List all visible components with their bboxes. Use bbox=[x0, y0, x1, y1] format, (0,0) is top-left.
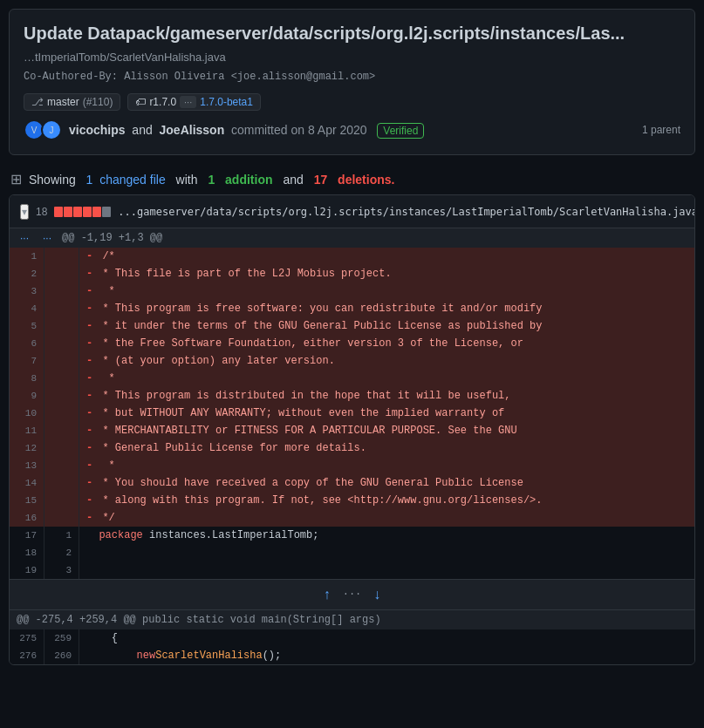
deletion-count: 17 bbox=[314, 173, 328, 187]
diff-line: 15 - * along with this program. If not, … bbox=[10, 492, 694, 509]
release-tag[interactable]: 🏷 r1.7.0 ··· 1.7.0-beta1 bbox=[127, 93, 261, 111]
parent-link[interactable]: 1 parent bbox=[642, 124, 680, 136]
line-num-right-16 bbox=[44, 509, 79, 527]
line-content-4: - * This program is free software: you c… bbox=[79, 300, 694, 317]
line-content-11: - * MERCHANTABILITY or FITNESS FOR A PAR… bbox=[79, 422, 694, 439]
tag-icon: 🏷 bbox=[135, 96, 146, 108]
line-num-left-b2: 276 bbox=[10, 647, 44, 664]
line-num-right-3 bbox=[44, 282, 79, 300]
diff-line: 4 - * This program is free software: you… bbox=[10, 300, 694, 317]
avatar-joealisson: J bbox=[41, 119, 62, 140]
diff-line: 5 - * it under the terms of the GNU Gene… bbox=[10, 317, 694, 335]
line-num-right-5 bbox=[44, 317, 79, 335]
changed-file-link[interactable]: 1 changed file bbox=[86, 173, 166, 187]
diff-filename: ...gameserver/data/scripts/org.l2j.scrip… bbox=[118, 206, 695, 218]
diff-line: 13 - * bbox=[10, 457, 694, 474]
addition-count: 1 bbox=[208, 173, 215, 187]
diff-line: 1 - /* bbox=[10, 248, 694, 265]
line-num-left-1: 1 bbox=[10, 248, 44, 265]
diff-line: 2 - * This file is part of the L2J Mobiu… bbox=[10, 265, 694, 282]
branch-icon: ⎇ bbox=[31, 96, 44, 108]
line-content-3: - * bbox=[79, 282, 694, 300]
changed-count: 1 bbox=[86, 173, 93, 187]
line-num-right-15 bbox=[44, 492, 79, 509]
line-num-right-1 bbox=[44, 248, 79, 265]
diff-line: 12 - * General Public License for more d… bbox=[10, 439, 694, 457]
commit-title: Update Datapack/gameserver/data/scripts/… bbox=[24, 24, 680, 44]
diff-hunk-header-bottom: @@ -275,4 +259,4 @@ public static void m… bbox=[10, 610, 694, 629]
line-num-right-4 bbox=[44, 300, 79, 317]
and-label: and bbox=[283, 173, 303, 187]
diff-line: 11 - * MERCHANTABILITY or FITNESS FOR A … bbox=[10, 422, 694, 439]
diff-block-2 bbox=[64, 207, 72, 217]
expand-down-button[interactable]: ↓ bbox=[368, 585, 386, 604]
line-num-left-2: 2 bbox=[10, 265, 44, 282]
diff-block-3 bbox=[73, 207, 82, 217]
commit-meta-row: ⎇ master (#110) 🏷 r1.7.0 ··· 1.7.0-beta1 bbox=[24, 93, 680, 111]
line-content-15: - * along with this program. If not, see… bbox=[79, 492, 694, 509]
expand-label: ··· bbox=[343, 589, 362, 601]
line-num-left-12: 12 bbox=[10, 439, 44, 457]
expand-up-button[interactable]: ↑ bbox=[318, 585, 336, 604]
line-num-right-19: 3 bbox=[44, 561, 79, 579]
hunk-expand-down[interactable]: ··· bbox=[39, 232, 55, 244]
diff-line: 7 - * (at your option) any later version… bbox=[10, 352, 694, 370]
diff-block-1 bbox=[54, 207, 63, 217]
line-num-right-2 bbox=[44, 265, 79, 282]
tag-name: r1.7.0 bbox=[149, 96, 176, 108]
diff-line-bottom-1: 275 259 { bbox=[10, 629, 694, 647]
addition-label: addition bbox=[225, 173, 272, 187]
verified-badge[interactable]: Verified bbox=[377, 123, 424, 139]
pr-number: (#110) bbox=[83, 96, 113, 108]
line-num-left-14: 14 bbox=[10, 474, 44, 492]
diff-container: ▾ 18 ...gameserver/data/scripts/org.l2j.… bbox=[9, 194, 695, 665]
line-num-left-16: 16 bbox=[10, 509, 44, 527]
diff-block-4 bbox=[83, 207, 92, 217]
tag-version: 1.7.0-beta1 bbox=[200, 96, 253, 108]
line-content-b1: { bbox=[79, 629, 694, 647]
line-num-left-8: 8 bbox=[10, 370, 44, 387]
line-num-left-15: 15 bbox=[10, 492, 44, 509]
line-num-left-18: 18 bbox=[10, 544, 44, 561]
line-content-1: - /* bbox=[79, 248, 694, 265]
branch-tag[interactable]: ⎇ master (#110) bbox=[24, 93, 120, 111]
stats-icon: ⊞ bbox=[10, 171, 22, 187]
hunk-expand-up[interactable]: ··· bbox=[17, 232, 32, 244]
line-content-5: - * it under the terms of the GNU Genera… bbox=[79, 317, 694, 335]
commit-header: Update Datapack/gameserver/data/scripts/… bbox=[9, 9, 695, 155]
diff-color-blocks bbox=[54, 207, 111, 217]
line-content-13: - * bbox=[79, 457, 694, 474]
line-num-left-b1: 275 bbox=[10, 629, 44, 647]
line-num-right-b2: 260 bbox=[44, 647, 79, 664]
line-content-2: - * This file is part of the L2J Mobius … bbox=[79, 265, 694, 282]
line-num-left-7: 7 bbox=[10, 352, 44, 370]
line-content-18 bbox=[79, 544, 694, 561]
line-num-left-11: 11 bbox=[10, 422, 44, 439]
diff-line: 16 - */ bbox=[10, 509, 694, 527]
line-num-left-6: 6 bbox=[10, 335, 44, 352]
diff-line-bottom-2: 276 260 new ScarletVanHalisha(); bbox=[10, 647, 694, 664]
line-content-6: - * the Free Software Foundation, either… bbox=[79, 335, 694, 352]
line-num-right-8 bbox=[44, 370, 79, 387]
line-num-left-10: 10 bbox=[10, 405, 44, 422]
showing-label: Showing bbox=[29, 173, 76, 187]
diff-block-5 bbox=[92, 207, 101, 217]
diff-line: 3 - * bbox=[10, 282, 694, 300]
showing-bar: ⊞ Showing 1 changed file with 1 addition… bbox=[0, 164, 704, 194]
hunk-info: @@ -1,19 +1,3 @@ bbox=[62, 232, 162, 244]
line-num-left-19: 19 bbox=[10, 561, 44, 579]
diff-toggle-button[interactable]: ▾ bbox=[20, 204, 29, 220]
diff-collapsed-section: ↑ ··· ↓ bbox=[10, 579, 694, 610]
line-num-left-4: 4 bbox=[10, 300, 44, 317]
line-content-10: - * but WITHOUT ANY WARRANTY; without ev… bbox=[79, 405, 694, 422]
diff-block-6 bbox=[102, 207, 111, 217]
changed-label: changed file bbox=[99, 173, 166, 187]
line-num-right-17: 1 bbox=[44, 527, 79, 544]
line-num-right-12 bbox=[44, 439, 79, 457]
commit-coauthored: Co-Authored-By: Alisson Oliveira <joe.al… bbox=[24, 71, 680, 83]
line-num-right-6 bbox=[44, 335, 79, 352]
author1-link[interactable]: vicochips bbox=[69, 123, 126, 137]
author2-link[interactable]: JoeAlisson bbox=[160, 123, 225, 137]
line-num-right-7 bbox=[44, 352, 79, 370]
line-num-right-13 bbox=[44, 457, 79, 474]
